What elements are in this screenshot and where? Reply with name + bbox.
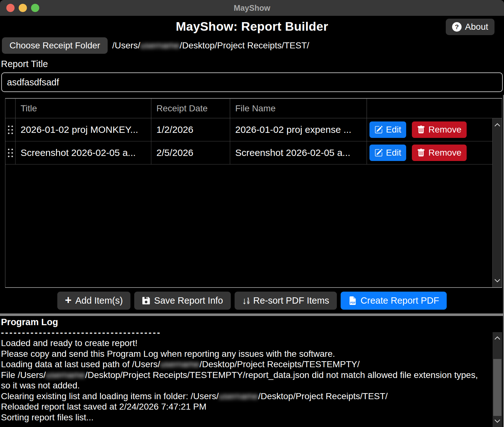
actions-column-header — [367, 99, 502, 118]
about-label: About — [465, 22, 488, 32]
program-log-heading: Program Log — [1, 317, 484, 327]
drag-column-header — [5, 99, 16, 118]
save-report-info-button[interactable]: Save Report Info — [134, 292, 231, 310]
text-segment: Please copy and send this Program Log wh… — [1, 349, 335, 359]
edit-button[interactable]: Edit — [369, 121, 406, 138]
remove-label: Remove — [428, 148, 461, 158]
grip-dots-icon — [8, 126, 13, 134]
resort-pdf-items-label: Re-sort PDF Items — [253, 295, 329, 306]
window-title: MayShow — [0, 3, 504, 13]
log-scroll-down-icon[interactable] — [493, 416, 502, 426]
program-log-separator: -------------------------------------- — [1, 327, 484, 338]
log-line: Please copy and send this Program Log wh… — [1, 349, 484, 359]
resort-pdf-items-button[interactable]: ↓ 19 Re-sort PDF Items — [235, 292, 337, 310]
scroll-up-icon[interactable] — [493, 120, 502, 130]
row-receipt-date-cell: 1/2/2026 — [151, 118, 230, 141]
trash-icon — [417, 149, 425, 157]
redacted-text: username — [219, 391, 258, 401]
scroll-down-icon[interactable] — [493, 275, 502, 286]
table-header-row: Title Receipt Date File Name — [5, 99, 502, 118]
log-scrollbar-thumb[interactable] — [493, 359, 501, 416]
edit-button[interactable]: Edit — [369, 145, 406, 161]
receipt-date-column-header: Receipt Date — [151, 99, 230, 118]
table-body: 2026-01-02 proj MONKEY...1/2/20262026-01… — [5, 118, 502, 287]
trash-icon — [417, 126, 425, 134]
grip-dots-icon — [8, 149, 13, 157]
toolbar: + Add Item(s) Save Report Info ↓ 19 Re-s… — [0, 292, 504, 310]
section-divider — [0, 313, 504, 316]
choose-receipt-folder-button[interactable]: Choose Receipt Folder — [2, 37, 108, 54]
row-title-cell: 2026-01-02 proj MONKEY... — [16, 118, 151, 141]
text-segment: Sorting report files list... — [1, 412, 94, 422]
page-title: MayShow: Report Builder — [0, 20, 504, 34]
text-segment: Clearing existing list and loading items… — [1, 391, 219, 401]
svg-text:PDF: PDF — [350, 301, 356, 304]
report-title-label: Report Title — [1, 59, 504, 69]
redacted-text: username — [140, 40, 180, 50]
text-segment: /Desktop/Project Receipts/TEST/ — [258, 391, 387, 401]
redacted-text: username — [160, 359, 200, 369]
row-file-name-cell: Screenshot 2026-02-05 a... — [230, 141, 367, 164]
pencil-square-icon — [375, 149, 383, 157]
program-log-lines: Loaded and ready to create report!Please… — [1, 338, 484, 423]
log-line: File /Users/username/Desktop/Project Rec… — [1, 370, 484, 391]
table-scrollbar[interactable] — [492, 118, 502, 287]
log-line: Reloaded report last saved at 2/24/2026 … — [1, 401, 484, 412]
log-line: Clearing existing list and loading items… — [1, 391, 484, 402]
text-segment: Loaded and ready to create report! — [1, 338, 137, 348]
text-segment: /Desktop/Project Receipts/TESTEMPTY/ — [199, 359, 360, 369]
pdf-file-icon: PDF — [348, 296, 357, 305]
redacted-text: username — [46, 370, 85, 380]
text-segment: File /Users/ — [1, 370, 46, 380]
about-button[interactable]: ? About — [446, 19, 495, 35]
remove-label: Remove — [428, 125, 461, 135]
add-items-button[interactable]: + Add Item(s) — [57, 292, 130, 310]
row-actions-cell: EditRemove — [367, 141, 492, 164]
row-receipt-date-cell: 2/5/2026 — [151, 141, 230, 164]
folder-row: Choose Receipt Folder /Users/username/De… — [2, 37, 504, 54]
log-scrollbar[interactable] — [493, 332, 502, 427]
log-line: Loaded and ready to create report! — [1, 338, 484, 349]
pencil-square-icon — [375, 126, 383, 134]
row-title-cell: Screenshot 2026-02-05 a... — [16, 141, 151, 164]
table-row: 2026-01-02 proj MONKEY...1/2/20262026-01… — [5, 118, 492, 141]
remove-button[interactable]: Remove — [412, 145, 466, 161]
report-items-table: Title Receipt Date File Name 2026-01-02 … — [5, 98, 502, 288]
drag-handle[interactable] — [5, 141, 16, 164]
log-line: Sorting report files list... — [1, 412, 484, 423]
save-icon — [142, 296, 150, 305]
question-icon: ? — [452, 22, 462, 32]
text-segment: Loading data at last used path of /Users… — [1, 359, 160, 369]
remove-button[interactable]: Remove — [412, 121, 466, 138]
table-row: Screenshot 2026-02-05 a...2/5/2026Screen… — [5, 141, 492, 164]
row-actions-cell: EditRemove — [367, 118, 492, 141]
report-title-input[interactable] — [1, 72, 503, 92]
log-line: Loading data at last used path of /Users… — [1, 359, 484, 370]
create-report-pdf-button[interactable]: PDF Create Report PDF — [341, 292, 447, 310]
titlebar: MayShow — [0, 0, 504, 16]
text-segment: /Desktop/Project Receipts/TEST/ — [180, 40, 309, 50]
drag-handle[interactable] — [5, 118, 16, 141]
log-scroll-up-icon[interactable] — [493, 333, 502, 343]
save-report-info-label: Save Report Info — [154, 295, 223, 306]
text-segment: /Users/ — [112, 40, 140, 50]
edit-label: Edit — [386, 148, 401, 158]
receipt-folder-path: /Users/username/Desktop/Project Receipts… — [112, 40, 309, 51]
edit-label: Edit — [386, 125, 401, 135]
add-items-label: Add Item(s) — [75, 295, 123, 306]
table-rows: 2026-01-02 proj MONKEY...1/2/20262026-01… — [5, 118, 492, 164]
title-column-header: Title — [16, 99, 151, 118]
create-report-pdf-label: Create Report PDF — [361, 295, 439, 306]
sort-numeric-down-icon: ↓ 19 — [242, 297, 249, 304]
file-name-column-header: File Name — [230, 99, 367, 118]
text-segment: Reloaded report last saved at 2/24/2026 … — [1, 402, 206, 412]
row-file-name-cell: 2026-01-02 proj expense ... — [230, 118, 367, 141]
program-log: Program Log ----------------------------… — [1, 317, 484, 423]
